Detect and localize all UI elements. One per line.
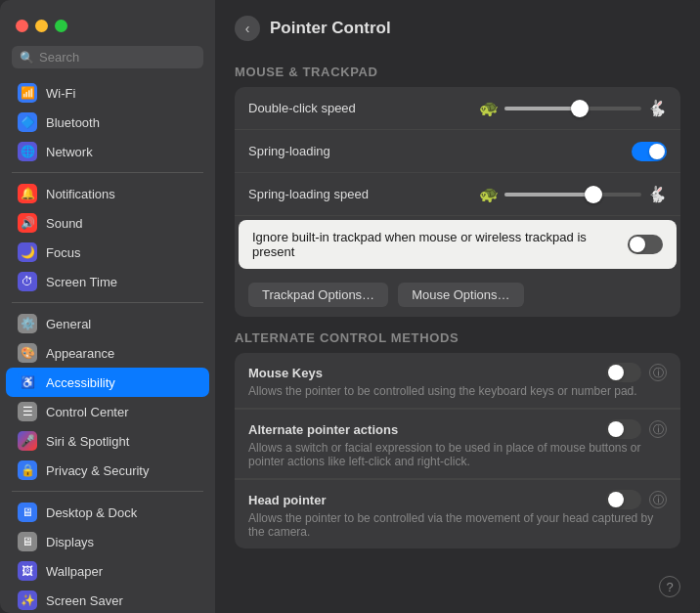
sidebar-item-label: Focus — [46, 245, 80, 260]
alternate-pointer-toggle[interactable] — [606, 419, 641, 439]
mouse-keys-label: Mouse Keys — [248, 366, 323, 380]
spring-loading-toggle-thumb — [649, 144, 665, 159]
sidebar-item-focus[interactable]: 🌙 Focus — [6, 238, 209, 267]
sidebar-item-notifications[interactable]: 🔔 Notifications — [6, 179, 209, 208]
search-icon: 🔍 — [20, 51, 34, 65]
spring-loading-speed-label: Spring-loading speed — [248, 187, 479, 201]
sidebar-item-desktop[interactable]: 🖥 Desktop & Dock — [6, 498, 209, 527]
maximize-button[interactable] — [55, 20, 67, 32]
ignore-trackpad-control — [628, 235, 663, 254]
sidebar-item-label: Notifications — [46, 187, 115, 201]
sidebar-item-label: Control Center — [46, 405, 129, 419]
sidebar-item-label: Appearance — [46, 346, 114, 361]
content-area: Mouse & Trackpad Double-click speed 🐢 🐇 … — [215, 65, 700, 568]
sidebar-item-privacy[interactable]: 🔒 Privacy & Security — [6, 456, 209, 485]
sidebar-item-wallpaper[interactable]: 🖼 Wallpaper — [6, 556, 209, 586]
head-pointer-label: Head pointer — [248, 493, 326, 507]
mouse-keys-top: Mouse Keys ⓘ — [248, 363, 667, 382]
mouse-keys-row: Mouse Keys ⓘ Allows the pointer to be co… — [235, 353, 680, 409]
traffic-lights — [0, 20, 215, 46]
close-button[interactable] — [16, 20, 28, 32]
mouse-keys-info-button[interactable]: ⓘ — [649, 364, 667, 381]
page-title: Pointer Control — [270, 19, 391, 38]
displays-icon: 🖥 — [18, 532, 37, 551]
head-pointer-top: Head pointer ⓘ — [248, 490, 667, 509]
alternate-pointer-toggle-thumb — [608, 421, 624, 437]
spring-loading-row: Spring-loading — [235, 130, 680, 173]
sound-icon: 🔊 — [18, 213, 37, 233]
spring-fast-icon: 🐇 — [647, 185, 667, 203]
slider-fast-icon: 🐇 — [647, 99, 667, 117]
head-pointer-sublabel: Allows the pointer to be controlled via … — [248, 511, 667, 539]
spring-loading-control — [632, 142, 667, 161]
sidebar-item-siri[interactable]: 🎤 Siri & Spotlight — [6, 426, 209, 456]
search-input[interactable] — [39, 50, 196, 65]
double-click-slider-fill — [504, 107, 580, 110]
spring-loading-speed-control: 🐢 🐇 — [479, 185, 667, 203]
head-pointer-toggle[interactable] — [606, 490, 641, 509]
sidebar-item-appearance[interactable]: 🎨 Appearance — [6, 338, 209, 368]
mouse-options-button[interactable]: Mouse Options… — [398, 283, 523, 307]
head-pointer-info-button[interactable]: ⓘ — [649, 491, 667, 508]
mouse-keys-toggle[interactable] — [606, 363, 641, 382]
trackpad-options-button[interactable]: Trackpad Options… — [248, 283, 388, 307]
sidebar-item-controlcenter[interactable]: ☰ Control Center — [6, 397, 209, 426]
controlcenter-icon: ☰ — [18, 402, 37, 421]
sidebar-item-general[interactable]: ⚙️ General — [6, 309, 209, 338]
minimize-button[interactable] — [35, 20, 48, 32]
sidebar-separator — [12, 172, 203, 173]
sidebar-item-wifi[interactable]: 📶 Wi-Fi — [6, 78, 209, 108]
section-title-mouse-trackpad: Mouse & Trackpad — [235, 65, 680, 79]
search-box[interactable]: 🔍 — [12, 46, 203, 68]
spring-speed-slider-thumb[interactable] — [585, 186, 602, 203]
ignore-trackpad-row: Ignore built-in trackpad when mouse or w… — [239, 220, 677, 269]
sidebar-item-bluetooth[interactable]: 🔷 Bluetooth — [6, 108, 209, 137]
help-button[interactable]: ? — [659, 576, 680, 597]
network-icon: 🌐 — [18, 142, 37, 161]
focus-icon: 🌙 — [18, 242, 37, 262]
mouse-trackpad-card: Double-click speed 🐢 🐇 Spring-loading — [235, 87, 680, 317]
sidebar-item-screentime[interactable]: ⏱ Screen Time — [6, 267, 209, 296]
alternate-pointer-info-button[interactable]: ⓘ — [649, 420, 667, 438]
sidebar: 🔍 📶 Wi-Fi 🔷 Bluetooth 🌐 Network 🔔 Notifi… — [0, 0, 215, 613]
sidebar-item-label: Network — [46, 145, 93, 159]
sidebar-separator-3 — [12, 491, 203, 492]
sidebar-item-label: Desktop & Dock — [46, 505, 137, 520]
header-bar: ‹ Pointer Control — [215, 0, 700, 51]
sidebar-item-label: Sound — [46, 216, 83, 231]
sidebar-item-sound[interactable]: 🔊 Sound — [6, 208, 209, 238]
privacy-icon: 🔒 — [18, 460, 37, 480]
wallpaper-icon: 🖼 — [18, 561, 37, 581]
appearance-icon: 🎨 — [18, 343, 37, 363]
sidebar-item-label: Screen Time — [46, 275, 117, 289]
alternate-control-card: Mouse Keys ⓘ Allows the pointer to be co… — [235, 353, 680, 548]
ignore-trackpad-label: Ignore built-in trackpad when mouse or w… — [252, 230, 628, 259]
ignore-trackpad-toggle[interactable] — [628, 235, 663, 254]
desktop-icon: 🖥 — [18, 503, 37, 522]
spring-loading-toggle[interactable] — [632, 142, 667, 161]
sidebar-item-label: Privacy & Security — [46, 463, 149, 478]
bluetooth-icon: 🔷 — [18, 112, 37, 132]
alternate-pointer-label: Alternate pointer actions — [248, 422, 398, 437]
sidebar-item-label: General — [46, 317, 91, 331]
spring-speed-slider-track[interactable] — [504, 193, 641, 197]
sidebar-item-accessibility[interactable]: ♿ Accessibility — [6, 368, 209, 397]
wifi-icon: 📶 — [18, 83, 37, 103]
sidebar-item-screensaver[interactable]: ✨ Screen Saver — [6, 586, 209, 613]
spring-loading-label: Spring-loading — [248, 144, 632, 158]
sidebar-item-label: Siri & Spotlight — [46, 434, 129, 449]
sidebar-item-displays[interactable]: 🖥 Displays — [6, 527, 209, 556]
sidebar-item-network[interactable]: 🌐 Network — [6, 137, 209, 166]
sidebar-item-label: Wallpaper — [46, 564, 103, 579]
spring-loading-speed-row: Spring-loading speed 🐢 🐇 — [235, 173, 680, 216]
screensaver-icon: ✨ — [18, 591, 37, 610]
mouse-keys-sublabel: Allows the pointer to be controlled usin… — [248, 384, 637, 398]
double-click-slider-thumb[interactable] — [571, 100, 589, 117]
notifications-icon: 🔔 — [18, 184, 37, 203]
mouse-keys-toggle-thumb — [608, 365, 624, 380]
head-pointer-row: Head pointer ⓘ Allows the pointer to be … — [235, 479, 680, 548]
accessibility-icon: ♿ — [18, 372, 37, 392]
back-button[interactable]: ‹ — [235, 16, 260, 41]
sidebar-item-label: Accessibility — [46, 375, 115, 390]
double-click-slider-track[interactable] — [504, 107, 641, 110]
